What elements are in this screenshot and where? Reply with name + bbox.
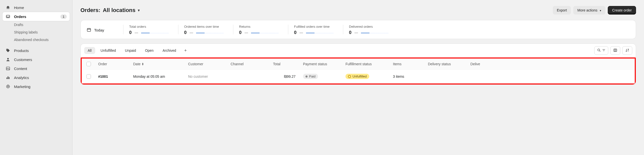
cell-total: ₪99.27 (270, 74, 300, 78)
tab-open[interactable]: Open (142, 47, 157, 54)
nav-home[interactable]: Home (2, 3, 70, 12)
col-date[interactable]: Date ▲▼ (131, 62, 186, 66)
svg-point-2 (7, 58, 9, 60)
metric-value: 0 (294, 30, 296, 35)
more-actions-button[interactable]: More actions ▾ (573, 6, 605, 14)
sparkline (306, 32, 334, 33)
person-icon (6, 57, 10, 62)
col-items[interactable]: Items (390, 62, 426, 66)
col-fulfillment-status[interactable]: Fulfillment status (343, 62, 390, 66)
sort-icon (625, 48, 629, 53)
main-content: Orders: All locations ▾ Export More acti… (72, 0, 644, 155)
col-channel[interactable]: Channel (228, 62, 270, 66)
row-checkbox[interactable] (86, 74, 91, 79)
nav-label: Content (14, 66, 67, 71)
chevron-down-icon: ▾ (600, 9, 601, 12)
page-title[interactable]: Orders: All locations ▾ (80, 7, 140, 14)
nav-orders-drafts[interactable]: Drafts (2, 21, 70, 28)
orders-table-card: All Unfulfilled Unpaid Open Archived + (80, 44, 636, 85)
status-badge-paid: Paid (303, 74, 318, 79)
nav-badge: 1 (60, 14, 67, 19)
metric-period[interactable]: Today (81, 20, 123, 39)
col-delivery[interactable]: Delive (468, 62, 498, 66)
tab-unpaid[interactable]: Unpaid (122, 47, 140, 54)
select-all-checkbox[interactable] (86, 62, 91, 66)
nav-label: Analytics (14, 76, 67, 80)
svg-point-7 (6, 85, 10, 88)
col-delivery-status[interactable]: Delivery status (426, 62, 468, 66)
header-actions: Export More actions ▾ Create order (553, 6, 636, 14)
metric-delta: — (354, 31, 358, 35)
tab-all[interactable]: All (84, 47, 95, 54)
nav-label: Marketing (14, 84, 67, 89)
search-icon (597, 48, 601, 53)
sort-indicator-icon: ▲▼ (142, 62, 144, 66)
svg-rect-4 (6, 78, 7, 79)
add-view-button[interactable]: + (182, 47, 189, 54)
sidebar: Home Orders 1 Drafts Shipping labels Aba… (0, 0, 72, 155)
metric-delta: — (135, 31, 138, 35)
highlighted-region: Order Date ▲▼ Customer Channel Total Pay… (81, 58, 636, 84)
svg-point-8 (8, 86, 9, 87)
cell-fulfillment-status: Unfulfilled (343, 74, 390, 79)
nav-analytics[interactable]: Analytics (2, 73, 70, 82)
sparkline (251, 32, 278, 33)
sort-button[interactable] (622, 46, 632, 55)
nav-customers[interactable]: Customers (2, 55, 70, 64)
table-row[interactable]: #1001 Monday at 05:05 am No customer ₪99… (82, 70, 635, 84)
nav-marketing[interactable]: Marketing (2, 82, 70, 91)
col-customer[interactable]: Customer (186, 62, 228, 66)
col-order[interactable]: Order (96, 62, 131, 66)
svg-point-10 (598, 49, 600, 51)
metric-value: 0 (349, 30, 352, 35)
metric-label: Total orders (129, 25, 172, 28)
create-order-button[interactable]: Create order (608, 6, 636, 14)
table-header: Order Date ▲▼ Customer Channel Total Pay… (82, 58, 635, 70)
col-payment-status[interactable]: Payment status (300, 62, 343, 66)
status-badge-unfulfilled: Unfulfilled (346, 74, 369, 79)
tab-archived[interactable]: Archived (159, 47, 180, 54)
metric-ordered-items[interactable]: Ordered items over time 0 — (178, 20, 233, 39)
metric-delta: — (190, 31, 193, 35)
cell-customer: No customer (186, 74, 228, 78)
col-date-label: Date (133, 62, 141, 66)
bar-chart-icon (6, 75, 10, 80)
title-prefix: Orders: (80, 7, 100, 14)
more-actions-label: More actions (577, 8, 597, 12)
tab-unfulfilled[interactable]: Unfulfilled (97, 47, 120, 54)
svg-rect-11 (614, 49, 617, 52)
inbox-icon (6, 14, 10, 19)
nav-orders[interactable]: Orders 1 (2, 12, 70, 21)
sparkline (196, 32, 224, 33)
metric-returns[interactable]: Returns 0 — (233, 20, 288, 39)
chevron-down-icon: ▾ (138, 8, 140, 12)
nav-products[interactable]: Products (2, 46, 70, 55)
sparkline (141, 32, 168, 33)
export-button[interactable]: Export (553, 6, 571, 14)
metric-value: 0 (184, 30, 186, 35)
page-header: Orders: All locations ▾ Export More acti… (80, 6, 636, 14)
svg-rect-6 (9, 77, 10, 79)
nav-label: Home (14, 6, 67, 10)
cell-date: Monday at 05:05 am (131, 74, 186, 78)
metric-delta: — (244, 31, 248, 35)
nav-orders-abandoned[interactable]: Abandoned checkouts (2, 36, 70, 44)
metric-value: 0 (129, 30, 132, 35)
columns-button[interactable] (610, 46, 620, 55)
col-total[interactable]: Total (270, 62, 300, 66)
metric-delivered[interactable]: Delivered orders 0 — (343, 20, 398, 39)
cell-order: #1001 (96, 74, 131, 78)
cell-payment-status: Paid (300, 74, 343, 79)
metric-label: Ordered items over time (184, 25, 227, 28)
tag-icon (6, 48, 10, 53)
metric-value: 0 (239, 30, 242, 35)
nav-content[interactable]: Content (2, 64, 70, 73)
metric-fulfilled[interactable]: Fulfilled orders over time 0 — (288, 20, 343, 39)
svg-rect-5 (8, 76, 8, 79)
nav-orders-shipping-labels[interactable]: Shipping labels (2, 28, 70, 36)
metric-total-orders[interactable]: Total orders 0 — (123, 20, 178, 39)
search-filter-button[interactable] (594, 46, 608, 55)
calendar-icon (87, 28, 91, 33)
image-icon (6, 66, 10, 71)
nav-label: Products (14, 48, 67, 53)
